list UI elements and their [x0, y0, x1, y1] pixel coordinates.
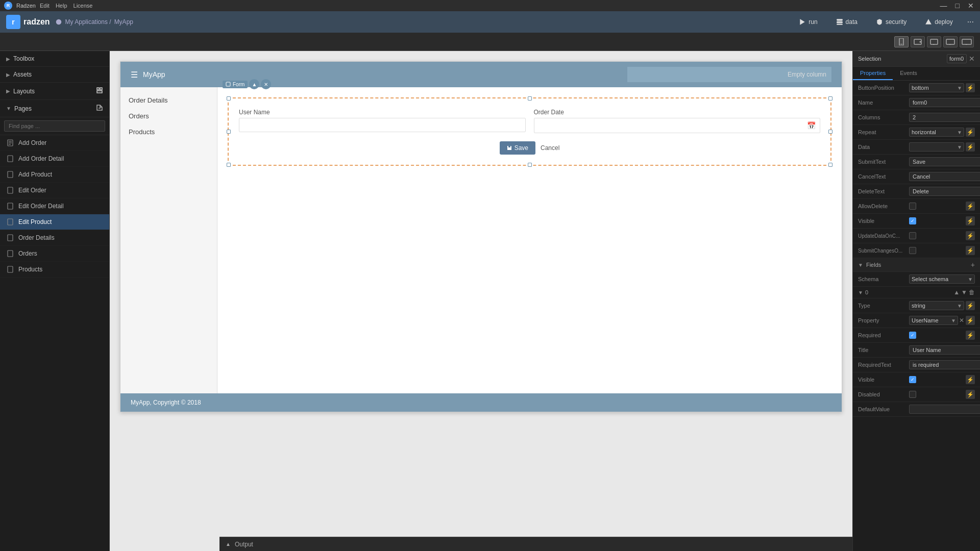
- sidebar-item-order-details[interactable]: Order Details: [0, 230, 109, 246]
- cancel-button[interactable]: Cancel: [541, 144, 559, 152]
- prop-link-button[interactable]: ⚡: [966, 390, 975, 399]
- tab-events[interactable]: Events: [893, 67, 924, 80]
- field-delete-button[interactable]: 🗑: [969, 289, 975, 296]
- more-button[interactable]: ···: [967, 17, 974, 27]
- sidebar-item-edit-order-detail[interactable]: Edit Order Detail: [0, 198, 109, 214]
- allowdelete-checkbox[interactable]: [909, 203, 916, 210]
- prop-canceltext: CancelText ⚡: [853, 169, 980, 184]
- right-panel: Selection form0 ✕ Properties Events Butt…: [852, 51, 980, 551]
- type-select[interactable]: string: [909, 301, 964, 310]
- visible-checkbox[interactable]: [909, 217, 916, 224]
- prop-allowdelete: AllowDelete ⚡: [853, 199, 980, 214]
- buttonposition-select[interactable]: bottom: [909, 83, 964, 92]
- layouts-header[interactable]: ▶ Layouts: [0, 83, 109, 100]
- submitchangeso-checkbox[interactable]: [909, 247, 916, 254]
- security-button[interactable]: security: [872, 16, 911, 28]
- updatedataonc-checkbox[interactable]: [909, 232, 916, 239]
- schema-select[interactable]: Select schema: [909, 274, 975, 284]
- minimize-button[interactable]: —: [938, 2, 949, 10]
- menu-help[interactable]: Help: [56, 3, 67, 9]
- nav-item-order-details[interactable]: Order Details: [120, 92, 217, 108]
- find-page-input[interactable]: [4, 120, 105, 132]
- prop-link-button[interactable]: ⚡: [966, 83, 975, 92]
- svg-rect-4: [837, 24, 843, 25]
- sidebar-item-add-order-detail[interactable]: Add Order Detail: [0, 151, 109, 167]
- sidebar-item-orders[interactable]: Orders: [0, 246, 109, 262]
- sidebar-item-add-order[interactable]: Add Order: [0, 135, 109, 151]
- add-page-button[interactable]: [96, 104, 103, 113]
- nav-item-products[interactable]: Products: [120, 124, 217, 140]
- mobile-view-button[interactable]: [894, 36, 909, 47]
- fields-toggle[interactable]: ▼: [858, 262, 863, 268]
- property-clear-button[interactable]: ✕: [959, 317, 964, 324]
- submittext-input[interactable]: [909, 157, 980, 166]
- prop-link-button[interactable]: ⚡: [966, 142, 975, 152]
- sidebar-item-add-product[interactable]: Add Product: [0, 167, 109, 183]
- columns-input[interactable]: [909, 113, 980, 122]
- form-input-username[interactable]: [239, 118, 526, 132]
- form-up-button[interactable]: ▲: [249, 79, 259, 89]
- field-move-down-button[interactable]: ▼: [961, 289, 967, 296]
- close-button[interactable]: ✕: [966, 2, 976, 10]
- desktop-medium-button[interactable]: [943, 36, 958, 47]
- form-input-date[interactable]: [534, 119, 803, 132]
- prop-link-button[interactable]: ⚡: [966, 331, 975, 340]
- prop-label: ButtonPosition: [858, 85, 909, 91]
- breadcrumb-app[interactable]: MyApp: [114, 18, 133, 26]
- output-bar[interactable]: ▲ Output: [219, 537, 852, 551]
- deploy-button[interactable]: deploy: [921, 16, 957, 28]
- requiredtext-input[interactable]: [909, 360, 980, 369]
- property-select[interactable]: UserName: [909, 316, 958, 325]
- assets-header[interactable]: ▶ Assets: [0, 67, 109, 83]
- name-input[interactable]: [909, 98, 980, 107]
- prop-link-button[interactable]: ⚡: [966, 231, 975, 240]
- add-layout-button[interactable]: [96, 87, 103, 95]
- tablet-view-button[interactable]: [911, 36, 925, 47]
- prop-link-button[interactable]: ⚡: [966, 375, 975, 384]
- prop-link-button[interactable]: ⚡: [966, 316, 975, 325]
- menu-edit[interactable]: Edit: [40, 3, 50, 9]
- nav-item-orders[interactable]: Orders: [120, 108, 217, 124]
- tab-properties[interactable]: Properties: [853, 67, 893, 80]
- page-file-icon: [7, 218, 13, 226]
- form-delete-button[interactable]: ✕: [261, 79, 271, 89]
- run-button[interactable]: run: [795, 16, 821, 28]
- selection-dropdown[interactable]: form0: [947, 54, 967, 63]
- field-disabled-checkbox[interactable]: [909, 391, 916, 398]
- field-move-up-button[interactable]: ▲: [953, 289, 960, 296]
- repeat-select[interactable]: horizontal: [909, 128, 964, 137]
- defaultvalue-input[interactable]: [909, 405, 980, 414]
- selection-handle-tc: [528, 96, 532, 101]
- save-button[interactable]: Save: [500, 141, 535, 155]
- breadcrumb-prefix[interactable]: My Applications /: [65, 18, 111, 26]
- page-file-icon: [7, 139, 13, 146]
- field-visible-checkbox[interactable]: [909, 376, 916, 383]
- prop-link-button[interactable]: ⚡: [966, 216, 975, 226]
- prop-link-button[interactable]: ⚡: [966, 202, 975, 211]
- prop-link-button[interactable]: ⚡: [966, 246, 975, 255]
- prop-link-button[interactable]: ⚡: [966, 128, 975, 137]
- sidebar-item-products[interactable]: Products: [0, 262, 109, 278]
- panel-header-right: form0 ✕: [947, 54, 975, 63]
- data-button[interactable]: data: [832, 16, 862, 28]
- panel-close-button[interactable]: ✕: [969, 55, 975, 63]
- form-field-orderdate: Order Date 📅: [534, 109, 821, 133]
- page-icon: [6, 218, 14, 226]
- sidebar-item-edit-order[interactable]: Edit Order: [0, 183, 109, 198]
- maximize-button[interactable]: □: [953, 2, 962, 10]
- desktop-small-button[interactable]: [927, 36, 941, 47]
- canceltext-input[interactable]: [909, 172, 980, 181]
- menu-license[interactable]: License: [74, 3, 93, 9]
- data-select[interactable]: [909, 142, 964, 152]
- desktop-large-button[interactable]: [960, 36, 974, 47]
- required-checkbox[interactable]: [909, 332, 916, 339]
- add-field-button[interactable]: +: [971, 261, 975, 269]
- toolbox-header[interactable]: ▶ Toolbox: [0, 51, 109, 67]
- calendar-icon[interactable]: 📅: [803, 118, 820, 133]
- field-item-toggle[interactable]: ▼: [858, 290, 863, 295]
- sidebar-item-edit-product[interactable]: Edit Product: [0, 214, 109, 230]
- form-actions: Save Cancel: [239, 141, 820, 155]
- deletetext-input[interactable]: [909, 187, 980, 196]
- title-input[interactable]: [909, 345, 980, 355]
- prop-link-button[interactable]: ⚡: [966, 301, 975, 310]
